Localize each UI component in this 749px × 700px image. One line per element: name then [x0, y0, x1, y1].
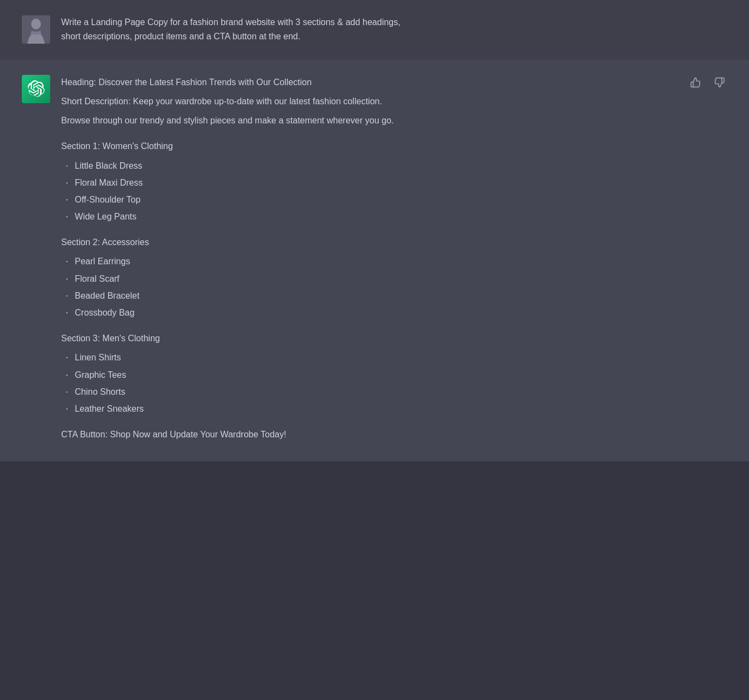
feedback-icons	[688, 75, 727, 90]
user-avatar	[22, 15, 50, 44]
section1-title: Section 1: Women's Clothing	[61, 139, 394, 153]
cta-text: CTA Button: Shop Now and Update Your War…	[61, 427, 394, 442]
svg-point-1	[31, 19, 41, 29]
section3-title: Section 3: Men's Clothing	[61, 331, 394, 346]
list-item: ·Leather Sneakers	[61, 401, 394, 416]
ai-message-content: Heading: Discover the Latest Fashion Tre…	[61, 75, 394, 447]
ai-short-desc-1: Short Description: Keep your wardrobe up…	[61, 94, 394, 109]
list-item: ·Linen Shirts	[61, 350, 394, 365]
list-item: ·Beaded Bracelet	[61, 288, 394, 303]
list-item: ·Graphic Tees	[61, 367, 394, 382]
list-item: ·Little Black Dress	[61, 158, 394, 173]
ai-heading: Heading: Discover the Latest Fashion Tre…	[61, 75, 394, 90]
user-message: Write a Landing Page Copy for a fashion …	[0, 0, 749, 60]
thumbs-down-button[interactable]	[712, 75, 727, 90]
list-item: ·Floral Scarf	[61, 271, 394, 286]
section2-list: ·Pearl Earrings ·Floral Scarf ·Beaded Br…	[61, 254, 394, 320]
ai-short-desc-2: Browse through our trendy and stylish pi…	[61, 113, 394, 128]
list-item: ·Chino Shorts	[61, 384, 394, 399]
list-item: ·Floral Maxi Dress	[61, 175, 394, 190]
ai-avatar	[22, 75, 50, 103]
list-item: ·Off-Shoulder Top	[61, 192, 394, 207]
user-message-text: Write a Landing Page Copy for a fashion …	[61, 15, 400, 44]
section2-title: Section 2: Accessories	[61, 235, 394, 250]
section3-list: ·Linen Shirts ·Graphic Tees ·Chino Short…	[61, 350, 394, 416]
section1-list: ·Little Black Dress ·Floral Maxi Dress ·…	[61, 158, 394, 224]
list-item: ·Pearl Earrings	[61, 254, 394, 269]
list-item: ·Wide Leg Pants	[61, 209, 394, 224]
ai-message: Heading: Discover the Latest Fashion Tre…	[0, 60, 749, 462]
thumbs-up-button[interactable]	[688, 75, 703, 90]
list-item: ·Crossbody Bag	[61, 305, 394, 320]
